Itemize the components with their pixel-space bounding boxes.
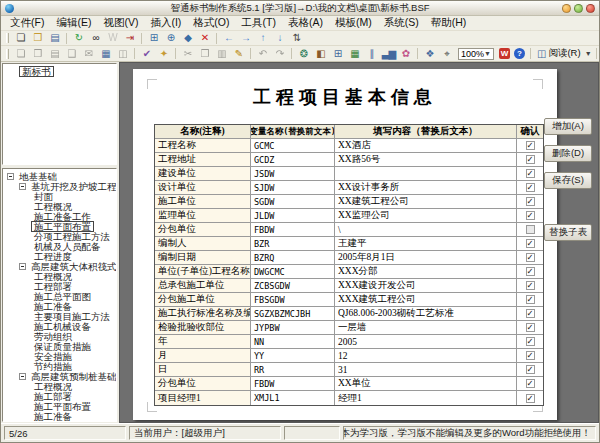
minimize-button[interactable] [562,4,571,13]
tree-item[interactable]: 施工机械设备 [3,321,116,331]
name-cell[interactable]: 编制人 [155,237,251,250]
save-file-icon[interactable]: ▤ [46,32,63,45]
find-icon[interactable]: ∞ [87,32,104,45]
tree-item[interactable]: 高层建筑大体积筏式基础 [3,261,116,271]
tree-item[interactable]: 施工平面布置 [3,401,116,411]
tables-borders-icon[interactable]: ◧ [312,47,329,60]
tree-item[interactable]: 施工进度计划 [3,421,116,422]
value-cell[interactable]: 2005年8月1日 [335,251,517,264]
tree-item[interactable]: 工程概况 [3,201,116,211]
confirm-checkbox[interactable] [526,309,535,318]
name-cell[interactable]: 总承包施工单位 [155,279,251,292]
tree-item[interactable]: 保证质量措施 [3,341,116,351]
menu-item[interactable]: 插入(I) [144,16,187,30]
confirm-checkbox[interactable] [526,253,535,262]
move-left-icon[interactable]: ← [220,32,237,45]
insert-hyperlink-icon[interactable]: ❂ [295,47,312,60]
tree-item[interactable]: 高层建筑预制桩基础工程 [3,371,116,381]
template-package-icon[interactable]: ◆ [179,32,196,45]
name-cell[interactable]: 检验批验收部位 [155,321,251,334]
zoom-select[interactable]: 100% ▼ [458,48,494,60]
tree-item[interactable]: 安全措施 [3,351,116,361]
msword-icon[interactable]: W [499,48,510,59]
tree-item[interactable]: 施工平面布置 [3,221,116,231]
variable-cell[interactable]: SJDW [251,181,335,194]
confirm-checkbox[interactable] [526,169,535,178]
confirm-checkbox[interactable] [526,141,535,150]
confirm-checkbox[interactable] [526,295,535,304]
tree-item[interactable]: 施工准备工作 [3,211,116,221]
name-cell[interactable]: 建设单位 [155,167,251,180]
variable-cell[interactable]: ZCBSGDW [251,279,335,292]
confirm-checkbox[interactable] [526,155,535,164]
toolbar-options-icon[interactable]: ▼ [584,50,593,57]
add-child-node-icon[interactable]: ⊕ [162,32,179,45]
confirm-checkbox[interactable] [526,379,535,388]
menu-item[interactable]: 帮助(H) [425,16,473,30]
tree-item[interactable]: 新标书 [3,66,116,76]
value-cell[interactable]: \ [335,223,517,236]
tree-item[interactable]: 基坑开挖及护坡工程 [3,181,116,191]
menu-item[interactable]: 格式(O) [187,16,235,30]
tree-item[interactable]: 劳动组织 [3,331,116,341]
confirm-checkbox[interactable] [526,211,535,220]
columns-icon[interactable]: ∥ [363,47,380,60]
name-cell[interactable]: 日 [155,363,251,376]
menu-item[interactable]: 模板(M) [329,16,378,30]
refresh-icon[interactable]: ↻ [70,32,87,45]
toolbar-gripper[interactable] [6,49,9,59]
name-cell[interactable]: 编制日期 [155,251,251,264]
move-right-icon[interactable]: → [237,32,254,45]
variable-cell[interactable]: XMJL1 [251,391,335,405]
value-cell[interactable]: XX设计事务所 [335,181,517,194]
insert-excel-icon[interactable]: ▦ [346,47,363,60]
zoom-pointer-icon[interactable]: ⌖ [438,47,455,60]
value-cell[interactable]: 12 [335,349,517,362]
confirm-checkbox[interactable] [526,394,535,403]
menu-item[interactable]: 编辑(E) [50,16,97,30]
variable-cell[interactable]: SGDW [251,195,335,208]
exit-icon[interactable]: ⇥ [121,32,138,45]
maximize-button[interactable] [574,4,583,13]
expander-icon[interactable] [7,173,14,180]
name-cell[interactable]: 设计单位 [155,181,251,194]
name-cell[interactable]: 监理单位 [155,209,251,222]
menu-item[interactable]: 工具(T) [236,16,282,30]
name-cell[interactable]: 工程地址 [155,153,251,166]
tree-item[interactable]: 工程概况 [3,271,116,281]
menu-item[interactable]: 文件(F) [4,16,50,30]
add-sibling-node-icon[interactable]: ⊞ [145,32,162,45]
new-window-icon[interactable]: ❖ [421,47,438,60]
move-down-icon[interactable]: ↓ [271,32,288,45]
wordart-icon[interactable]: ✿ [397,47,414,60]
menu-item[interactable]: 表格(A) [282,16,329,30]
value-cell[interactable]: 经理1 [335,391,517,405]
tree-item[interactable]: 分项工程施工方法 [3,231,116,241]
value-cell[interactable]: XXX分部 [335,265,517,278]
variable-cell[interactable]: NN [251,335,335,348]
value-cell[interactable]: XXX建筑工程公司 [335,293,517,306]
spelling-icon[interactable]: ✔ [138,47,155,60]
confirm-checkbox[interactable] [526,281,535,290]
variable-cell[interactable]: DWGCMC [251,265,335,278]
tree-item[interactable]: 工程进度 [3,251,116,261]
tree-item[interactable]: 地基基础 [3,171,116,181]
insert-table-icon[interactable]: ⊞ [329,47,346,60]
name-cell[interactable]: 项目经理1 [155,391,251,405]
variable-cell[interactable]: JYPBW [251,321,335,334]
variable-cell[interactable]: YY [251,349,335,362]
replace-subtable-button[interactable]: 替换子表 [544,224,592,241]
menu-item[interactable]: 系统(S) [378,16,425,30]
tree-item[interactable]: 施工准备 [3,301,116,311]
name-cell[interactable]: 施工单位 [155,195,251,208]
read-mode-button[interactable]: ◫ 阅读(R) [534,47,584,60]
name-cell[interactable]: 单位(子单位)工程名称 [155,265,251,278]
name-cell[interactable]: 分包单位 [155,223,251,236]
confirm-checkbox[interactable] [526,239,535,248]
variable-cell[interactable]: FBDW [251,377,335,390]
confirm-checkbox[interactable] [526,197,535,206]
value-cell[interactable]: 王建平 [335,237,517,250]
tree-item[interactable]: 施工准备 [3,411,116,421]
name-cell[interactable]: 工程名称 [155,139,251,152]
variable-cell[interactable]: JSDW [251,167,335,180]
